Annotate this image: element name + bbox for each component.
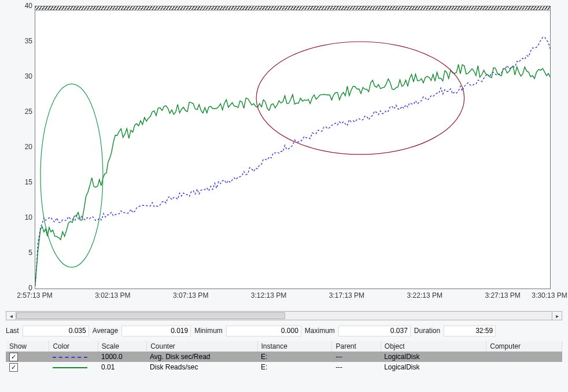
col-show[interactable]: Show bbox=[6, 341, 49, 352]
cell-parent: --- bbox=[332, 363, 381, 371]
cell-scale: 0.01 bbox=[98, 363, 146, 371]
cell-instance: E: bbox=[257, 363, 332, 371]
scroll-left-arrow-icon[interactable]: ◂ bbox=[6, 312, 16, 320]
minimum-label: Minimum bbox=[194, 327, 223, 335]
x-tick: 3:27:13 PM bbox=[485, 291, 520, 299]
average-label: Average bbox=[93, 327, 118, 335]
scroll-right-arrow-icon[interactable]: ▸ bbox=[552, 312, 562, 320]
cell-scale: 1000.0 bbox=[98, 353, 146, 361]
y-tick: 25 bbox=[6, 108, 32, 116]
table-header[interactable]: Show Color Scale Counter Instance Parent… bbox=[6, 341, 562, 352]
x-tick: 3:07:13 PM bbox=[173, 291, 208, 299]
show-checkbox[interactable]: ✓ bbox=[9, 363, 18, 372]
show-checkbox[interactable]: ✓ bbox=[9, 353, 18, 361]
series-line bbox=[35, 38, 550, 286]
y-tick: 10 bbox=[6, 213, 32, 221]
legend-color-swatch bbox=[53, 357, 87, 358]
cell-counter: Disk Reads/sec bbox=[146, 363, 257, 371]
time-scrollbar[interactable]: ◂ ▸ bbox=[6, 311, 562, 320]
annotation-ellipse bbox=[256, 42, 464, 154]
series-line bbox=[35, 64, 550, 283]
legend-color-swatch bbox=[53, 367, 87, 368]
y-tick: 5 bbox=[6, 249, 32, 257]
x-tick: 3:12:13 PM bbox=[251, 291, 286, 299]
table-row[interactable]: ✓1000.0Avg. Disk sec/ReadE:---LogicalDis… bbox=[6, 352, 562, 362]
col-object[interactable]: Object bbox=[381, 341, 486, 352]
maximum-label: Maximum bbox=[305, 327, 335, 335]
y-tick: 40 bbox=[6, 2, 32, 10]
cell-parent: --- bbox=[332, 353, 381, 361]
annotation-ellipse bbox=[40, 84, 103, 267]
y-tick: 30 bbox=[6, 72, 32, 80]
x-tick: 3:30:13 PM bbox=[532, 291, 567, 299]
plot-surface bbox=[35, 6, 551, 289]
cell-object: LogicalDisk bbox=[381, 363, 486, 371]
last-label: Last bbox=[6, 327, 19, 335]
col-parent[interactable]: Parent bbox=[332, 341, 381, 352]
minimum-value: 0.000 bbox=[226, 326, 301, 336]
perfmon-window: { "chart_data": { "type": "line", "xlabe… bbox=[0, 0, 568, 392]
y-tick: 15 bbox=[6, 178, 32, 186]
x-tick: 3:22:13 PM bbox=[407, 291, 442, 299]
cell-object: LogicalDisk bbox=[381, 353, 486, 361]
y-tick: 0 bbox=[6, 284, 32, 292]
cell-counter: Avg. Disk sec/Read bbox=[146, 353, 257, 361]
maximum-value: 0.037 bbox=[338, 326, 411, 336]
col-scale[interactable]: Scale bbox=[98, 341, 147, 352]
chart-area: 0510152025303540 2:57:13 PM3:02:13 PM3:0… bbox=[6, 6, 562, 306]
y-tick: 35 bbox=[6, 37, 32, 45]
col-counter[interactable]: Counter bbox=[147, 341, 257, 352]
last-value: 0.035 bbox=[23, 326, 89, 336]
x-tick: 3:17:13 PM bbox=[329, 291, 364, 299]
average-value: 0.019 bbox=[121, 326, 191, 336]
y-tick: 20 bbox=[6, 143, 32, 151]
duration-label: Duration bbox=[414, 327, 440, 335]
x-tick: 3:02:13 PM bbox=[95, 291, 130, 299]
cell-instance: E: bbox=[257, 353, 332, 361]
scroll-thumb[interactable] bbox=[16, 312, 285, 319]
col-instance[interactable]: Instance bbox=[258, 341, 333, 352]
scroll-track[interactable] bbox=[16, 312, 552, 320]
stats-row: Last 0.035 Average 0.019 Minimum 0.000 M… bbox=[6, 325, 562, 336]
col-color[interactable]: Color bbox=[49, 341, 98, 352]
table-row[interactable]: ✓0.01Disk Reads/secE:---LogicalDisk bbox=[6, 362, 562, 372]
chart-svg bbox=[35, 6, 550, 289]
counters-table: Show Color Scale Counter Instance Parent… bbox=[6, 341, 562, 372]
col-computer[interactable]: Computer bbox=[486, 341, 562, 352]
duration-value: 32:59 bbox=[444, 326, 496, 336]
x-tick: 2:57:13 PM bbox=[17, 291, 52, 299]
